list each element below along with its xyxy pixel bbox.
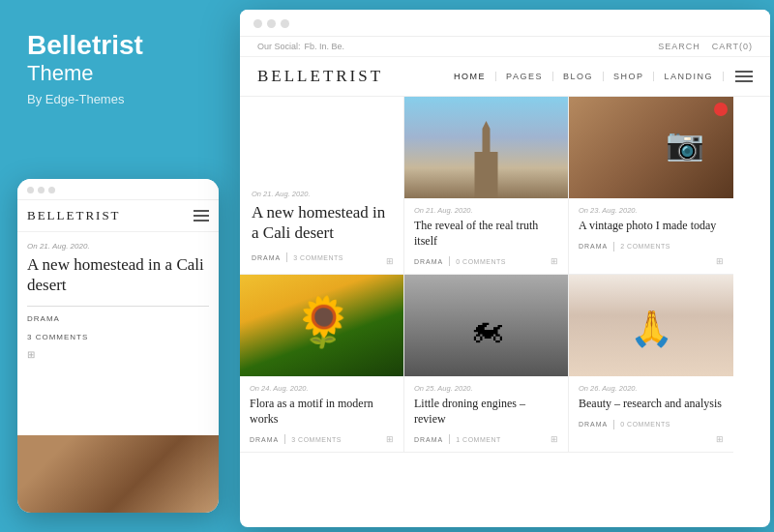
article-tag-5: Drama — [414, 436, 443, 443]
social-links: Our Social: Fb. In. Be. — [257, 42, 344, 51]
browser-dot-1 — [253, 19, 262, 28]
browser-window-dots — [253, 19, 289, 28]
mobile-dot-1 — [27, 187, 34, 193]
mobile-hamburger-icon[interactable] — [194, 210, 209, 222]
article-cell-4: On 24. Aug. 2020. Flora as a motif in mo… — [240, 275, 404, 453]
mobile-mockup: Belletrist On 21. Aug. 2020. A new homes… — [17, 179, 219, 513]
article-date-2: On 21. Aug. 2020. — [414, 206, 558, 215]
article-tag-6: Drama — [579, 421, 608, 428]
article-title-1: A new homestead in a Cali desert — [252, 202, 392, 244]
topbar-right: Search Cart(0) — [658, 42, 753, 51]
article-comments-1: 3 Comments — [293, 254, 343, 261]
mobile-article-title: A new homestead in a Cali desert — [27, 254, 209, 296]
article-title-5: Little droning engines – review — [414, 397, 558, 427]
article-content-2: On 21. Aug. 2020. The reveal of the real… — [404, 198, 568, 274]
nav-home[interactable]: Home — [444, 72, 496, 81]
mobile-divider — [27, 306, 209, 307]
article-cell-1: On 21. Aug. 2020. A new homestead in a C… — [240, 97, 404, 275]
article-meta-6: Drama 0 Comments — [579, 420, 724, 429]
mobile-article-comments: 3 Comments — [27, 333, 88, 341]
article-tag-4: Drama — [250, 436, 279, 443]
article-link-icon-1[interactable]: ⊞ — [386, 256, 394, 266]
browser-top-bar — [240, 10, 770, 37]
article-grid: On 21. Aug. 2020. A new homestead in a C… — [240, 97, 770, 453]
article-link-icon-5[interactable]: ⊞ — [551, 434, 558, 444]
brand-title: Belletrist — [27, 31, 210, 61]
by-edge-themes: By Edge-Themes — [27, 92, 210, 106]
article-date-5: On 25. Aug. 2020. — [414, 384, 558, 393]
article-link-icon-6[interactable]: ⊞ — [716, 434, 724, 444]
site-nav: Home Pages Blog Shop Landing — [444, 71, 753, 82]
brand-name: Belletrist Theme — [27, 31, 210, 86]
social-icons[interactable]: Fb. In. Be. — [305, 42, 345, 51]
nav-shop[interactable]: Shop — [604, 72, 655, 81]
social-label: Our Social: — [257, 42, 301, 51]
article-meta-4: Drama 3 Comments — [250, 434, 394, 444]
article-link-icon-4[interactable]: ⊞ — [386, 434, 394, 444]
article-image-woman — [569, 275, 733, 376]
site-navbar: Belletrist Home Pages Blog Shop Landing — [240, 57, 770, 97]
article-date-1: On 21. Aug. 2020. — [252, 190, 392, 198]
article-title-6: Beauty – research and analysis — [579, 397, 724, 412]
hamburger-line — [735, 75, 753, 77]
mobile-dot-3 — [48, 187, 55, 193]
cart-button[interactable]: Cart(0) — [712, 42, 753, 51]
meta-divider — [449, 434, 450, 444]
meta-divider — [284, 434, 285, 444]
meta-divider — [286, 252, 287, 262]
article-meta-2: Drama 0 Comments — [414, 256, 558, 266]
hamburger-line — [194, 220, 209, 222]
article-content-5: On 25. Aug. 2020. Little droning engines… — [404, 376, 568, 452]
article-date-4: On 24. Aug. 2020. — [250, 384, 394, 393]
mobile-navbar: Belletrist — [17, 200, 219, 232]
article-title-2: The reveal of the real truth itself — [414, 219, 558, 249]
article-comments-2: 0 Comments — [456, 258, 506, 265]
site-topbar: Our Social: Fb. In. Be. Search Cart(0) — [240, 37, 770, 57]
mobile-article-tag: Drama — [27, 314, 209, 323]
article-link-icon-3[interactable]: ⊞ — [716, 256, 724, 266]
article-image-camera — [569, 97, 733, 198]
mobile-bottom-image — [17, 435, 219, 513]
article-image-sunflower — [240, 275, 403, 376]
article-meta-5: Drama 1 Comment — [414, 434, 558, 444]
hamburger-line — [194, 210, 209, 212]
article-cell-5: On 25. Aug. 2020. Little droning engines… — [404, 275, 569, 453]
article-title-4: Flora as a motif in modern works — [250, 397, 394, 427]
site-logo: Belletrist — [257, 67, 383, 86]
article-cell-2: On 21. Aug. 2020. The reveal of the real… — [404, 97, 569, 275]
browser-dot-2 — [267, 19, 276, 28]
hamburger-line — [735, 71, 753, 73]
article-content-6: On 26. Aug. 2020. Beauty – research and … — [569, 376, 733, 437]
nav-hamburger-icon[interactable] — [735, 71, 753, 82]
article-date-6: On 26. Aug. 2020. — [579, 384, 724, 393]
article-image-motorcycle — [404, 275, 568, 376]
article-meta-3: Drama 2 Comments — [579, 242, 724, 251]
article-cell-3: On 23. Aug. 2020. A vintage photo I made… — [569, 97, 733, 275]
article-comments-4: 3 Comments — [291, 436, 342, 443]
browser-dot-3 — [281, 19, 289, 28]
notification-dot — [714, 103, 728, 116]
article-comments-5: 1 Comment — [456, 436, 501, 443]
search-button[interactable]: Search — [658, 42, 700, 51]
nav-blog[interactable]: Blog — [553, 72, 604, 81]
article-cell-6: On 26. Aug. 2020. Beauty – research and … — [569, 275, 733, 453]
left-panel: Belletrist Theme By Edge-Themes Belletri… — [0, 0, 237, 532]
mobile-bottom-image-inner — [17, 435, 219, 513]
article-content-3: On 23. Aug. 2020. A vintage photo I made… — [569, 198, 733, 259]
browser-mockup: Our Social: Fb. In. Be. Search Cart(0) B… — [240, 10, 770, 527]
mobile-window-dots — [27, 187, 55, 193]
article-title-3: A vintage photo I made today — [579, 219, 724, 234]
nav-pages[interactable]: Pages — [496, 72, 553, 81]
mobile-link-icon: ⊞ — [27, 349, 209, 360]
meta-divider — [449, 256, 450, 266]
article-date-3: On 23. Aug. 2020. — [579, 206, 724, 215]
article-tag-3: Drama — [579, 243, 608, 250]
mobile-dot-2 — [38, 187, 45, 193]
mobile-article-date: On 21. Aug. 2020. — [27, 242, 209, 251]
hamburger-line — [735, 80, 753, 82]
meta-divider — [613, 420, 614, 429]
article-link-icon-2[interactable]: ⊞ — [551, 256, 558, 266]
mobile-logo: Belletrist — [27, 208, 121, 223]
nav-landing[interactable]: Landing — [654, 72, 724, 81]
mobile-top-bar — [17, 179, 219, 200]
